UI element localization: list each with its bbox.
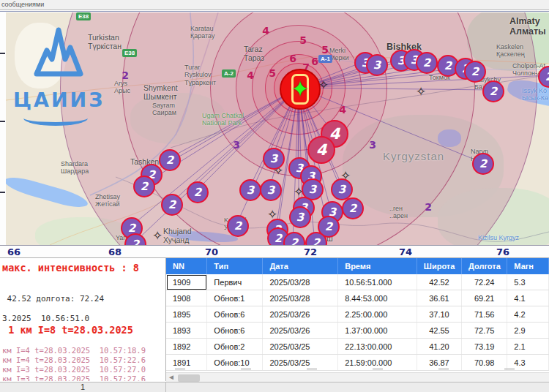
table-cell[interactable]: Обнов:1 xyxy=(207,290,263,306)
ring-intensity-label: 2 xyxy=(425,201,432,213)
station-marker[interactable]: 3 xyxy=(366,54,388,76)
ring-intensity-label: 5 xyxy=(299,34,307,46)
column-header[interactable]: NN xyxy=(166,258,207,274)
map-place-label: MerkiМерки xyxy=(329,47,349,62)
table-cell[interactable]: 2025/03/26 xyxy=(263,323,338,339)
window-title-bar: сообщениями xyxy=(0,0,549,10)
scroll-left-arrow-icon[interactable]: ◄ xyxy=(168,373,175,381)
table-row[interactable]: 1892Обнов:22025/03/2522.13:00.00041.2073… xyxy=(166,339,549,355)
status-bar: 1 xyxy=(0,382,549,392)
station-marker[interactable]: 2 xyxy=(342,197,364,219)
table-cell[interactable]: 5.3 xyxy=(507,274,549,290)
station-marker[interactable]: 2 xyxy=(416,52,438,74)
page-indicator: 1 xyxy=(81,382,85,391)
column-header[interactable]: Тип xyxy=(207,258,263,274)
table-cell[interactable]: 2025/03/26 xyxy=(263,306,338,323)
table-cell[interactable]: Обнов:2 xyxy=(207,339,263,355)
station-marker[interactable]: 3 xyxy=(239,179,261,201)
table-cell[interactable]: 42.52 xyxy=(417,274,461,290)
table-cell[interactable]: 1892 xyxy=(166,339,207,355)
epicenter-marker[interactable]: ✦ xyxy=(280,69,321,110)
table-cell[interactable]: 42.55 xyxy=(417,323,461,339)
map-place-label: TurarRyskulovТұраркент xyxy=(184,64,216,86)
table-cell[interactable]: 73.19 xyxy=(462,339,507,355)
table-cell[interactable]: 22.13:00.000 xyxy=(338,339,417,355)
table-cell[interactable]: 2025/03/28 xyxy=(263,290,338,306)
longitude-tick-label: 74 xyxy=(399,246,412,257)
road-badge: E38 xyxy=(122,49,137,57)
station-marker[interactable]: 2 xyxy=(472,153,494,175)
longitude-tick-label: 72 xyxy=(304,246,317,257)
status-divider xyxy=(165,382,166,392)
map-place-label: ZhetisayЖетісай xyxy=(95,193,120,208)
road-badge: A-2 xyxy=(222,69,236,78)
table-cell[interactable]: 72.75 xyxy=(462,323,507,339)
table-cell[interactable]: 1.37:00.000 xyxy=(338,323,417,339)
info-line: км I=4 t=28.03.2025 10.57:18.9 xyxy=(0,346,165,355)
column-header[interactable]: Магн xyxy=(507,258,549,274)
table-cell[interactable]: 71.56 xyxy=(462,306,507,323)
table-cell[interactable]: Обнов:6 xyxy=(207,306,263,323)
station-marker[interactable]: 2 xyxy=(159,149,181,171)
table-cell[interactable]: 1909 xyxy=(166,274,207,290)
ring-intensity-label: 5 xyxy=(269,67,276,79)
map-place-label: AlmatyАлматы xyxy=(509,16,546,37)
column-header[interactable]: Время xyxy=(338,258,417,274)
station-marker[interactable]: 2 xyxy=(227,215,249,237)
road-badge: E38 xyxy=(76,12,91,20)
station-star-icon: ✧ xyxy=(416,86,426,98)
table-cell[interactable]: 4.1 xyxy=(507,290,549,306)
station-marker[interactable]: 2 xyxy=(482,80,504,102)
table-cell[interactable]: 2025/03/28 xyxy=(263,274,338,290)
table-cell[interactable]: Первич xyxy=(207,274,263,290)
station-marker[interactable]: 2 xyxy=(464,61,486,83)
table-cell[interactable]: 36.61 xyxy=(417,290,461,306)
column-header[interactable]: Широта xyxy=(417,258,461,274)
table-cell[interactable]: 8.44:53.000 xyxy=(338,290,417,306)
table-cell[interactable]: 69.21 xyxy=(462,290,507,306)
table-horizontal-scrollbar[interactable]: ◄ xyxy=(166,372,549,382)
map-place-label: KhujandХуҷанд xyxy=(163,227,192,244)
scrollbar-thumb[interactable] xyxy=(178,374,200,382)
station-marker[interactable]: 3 xyxy=(289,206,311,228)
road-badge: A-1 xyxy=(318,55,332,63)
epicenter-star-icon: ✦ xyxy=(291,78,309,100)
station-marker[interactable]: 4 xyxy=(307,136,335,164)
ring-intensity-label: 5 xyxy=(321,44,329,56)
table-row[interactable]: 1909Первич2025/03/2810.56:51.00042.5272.… xyxy=(166,274,549,290)
map-place-label: KaskelenҚаскелең xyxy=(496,43,525,59)
window-title: сообщениями xyxy=(1,1,44,8)
longitude-tick-label: 70 xyxy=(205,246,218,257)
column-header[interactable]: Долгота xyxy=(462,258,507,274)
table-cell[interactable]: 1895 xyxy=(166,306,207,323)
table-cell[interactable]: Обнов:6 xyxy=(207,323,263,339)
map-canvas[interactable]: TurkistanТүркістанArysАрысShymkentШымкен… xyxy=(6,12,549,245)
table-cell[interactable]: 1893 xyxy=(166,323,207,339)
table-cell[interactable]: 4.2 xyxy=(507,306,549,323)
table-cell[interactable]: 2025/03/25 xyxy=(263,339,338,355)
station-marker[interactable]: 2 xyxy=(187,181,209,203)
table-cell[interactable]: 2.1 xyxy=(507,339,549,355)
event-info-panel[interactable]: макс. интенсивность : 8 42.52 долгота: 7… xyxy=(0,257,166,381)
table-row[interactable]: 1895Обнов:62025/03/262.25:00.00037.1071.… xyxy=(166,306,549,323)
station-marker[interactable]: 2 xyxy=(161,194,183,216)
longitude-tick-label: 76 xyxy=(496,246,509,257)
column-header[interactable]: Дата xyxy=(263,258,338,274)
events-table[interactable]: NNТипДатаВремяШиротаДолготаМагн 1909Перв… xyxy=(166,257,549,382)
station-marker[interactable]: 3 xyxy=(263,148,285,170)
table-cell[interactable]: 41.20 xyxy=(417,339,461,355)
table-cell[interactable]: 2.25:00.000 xyxy=(338,306,417,323)
table-header-row[interactable]: NNТипДатаВремяШиротаДолготаМагн xyxy=(166,258,549,274)
table-partial-row xyxy=(166,366,549,372)
station-marker[interactable]: 2 xyxy=(133,176,155,197)
table-row[interactable]: 1908Обнов:12025/03/288.44:53.00036.6169.… xyxy=(166,290,549,306)
table-cell[interactable]: 37.10 xyxy=(417,306,461,323)
table-cell[interactable]: 2.9 xyxy=(507,323,549,339)
info-line: км I=3 t=28.03.2025 10.57:27.6 xyxy=(0,374,165,381)
table-cell[interactable]: 10.56:51.000 xyxy=(338,274,417,290)
station-marker[interactable]: 3 xyxy=(260,179,282,201)
table-cell[interactable]: 1908 xyxy=(166,290,207,306)
map-place-label: TarazТараз xyxy=(244,45,264,62)
table-cell[interactable]: 72.24 xyxy=(462,274,507,290)
table-row[interactable]: 1893Обнов:62025/03/261.37:00.00042.5572.… xyxy=(166,323,549,339)
